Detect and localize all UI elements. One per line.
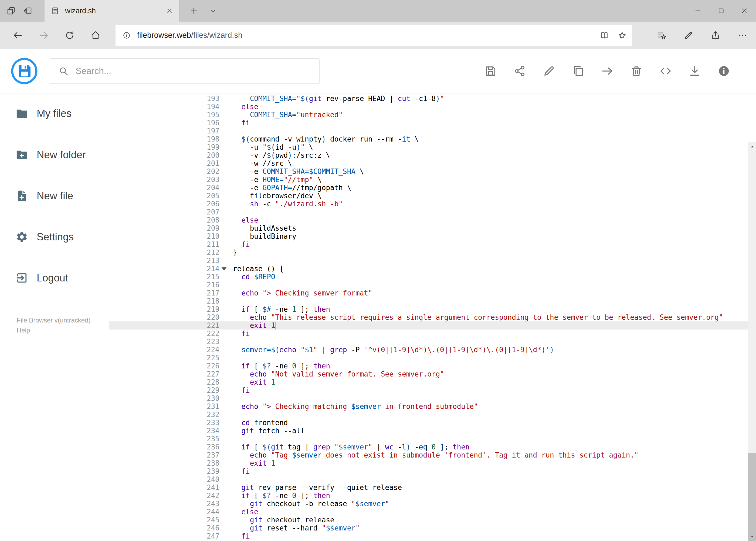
code-line-243[interactable]: 243 git checkout -b release "$semver" [109, 500, 756, 508]
code-line-193[interactable]: 193 COMMIT_SHA="$(git rev-parse HEAD | c… [109, 95, 756, 103]
code-line-194[interactable]: 194 else [109, 103, 756, 111]
code-line-236[interactable]: 236 if [ $(git tag | grep "$semver" | wc… [109, 443, 756, 451]
code-line-201[interactable]: 201 -w //src \ [109, 159, 756, 168]
code-line-204[interactable]: 204 -e GOPATH=//tmp/gopath \ [109, 184, 756, 192]
code-line-230[interactable]: 230 [109, 394, 756, 402]
code-line-226[interactable]: 226 if [ $? -ne 0 ]; then [109, 362, 756, 370]
code-line-213[interactable]: 213 [109, 257, 756, 265]
code-line-247[interactable]: 247 fi [109, 532, 756, 540]
code-line-210[interactable]: 210 buildBinary [109, 232, 756, 241]
code-line-223[interactable]: 223 [109, 337, 756, 346]
close-button[interactable] [733, 0, 756, 22]
sidebar-item-new-file[interactable]: New file [0, 175, 109, 216]
web-note-button[interactable] [675, 22, 702, 49]
sidebar-item-logout[interactable]: Logout [0, 258, 109, 298]
source-button[interactable] [659, 65, 672, 77]
back-button[interactable] [5, 22, 31, 49]
code-line-214[interactable]: 214release () { [109, 265, 756, 273]
address-bar[interactable]: filebrowser.web/files/wizard.sh [116, 25, 632, 46]
code-line-218[interactable]: 218 [109, 297, 756, 305]
code-line-238[interactable]: 238 exit 1 [109, 459, 756, 467]
delete-button[interactable] [630, 65, 642, 77]
refresh-button[interactable] [57, 22, 83, 49]
code-line-224[interactable]: 224 semver=$(echo "$1" | grep -P '^v(0|[… [109, 346, 756, 354]
code-line-211[interactable]: 211 fi [109, 241, 756, 249]
code-line-231[interactable]: 231 echo "> Checking matching $semver in… [109, 402, 756, 410]
code-line-219[interactable]: 219 if [ $# -ne 1 ]; then [109, 305, 756, 313]
download-button[interactable] [688, 65, 701, 77]
code-line-203[interactable]: 203 -e HOME="//tmp" \ [109, 176, 756, 184]
filebrowser-logo[interactable] [11, 58, 38, 85]
hub-favorites-button[interactable] [648, 22, 675, 49]
reading-view-icon[interactable] [600, 31, 609, 40]
page-info-icon[interactable] [123, 31, 130, 39]
code-line-220[interactable]: 220 echo "This release script requires a… [109, 313, 756, 321]
favorite-star-icon[interactable] [618, 31, 627, 40]
code-line-207[interactable]: 207 [109, 208, 756, 216]
code-line-206[interactable]: 206 sh -c "./wizard.sh -b" [109, 200, 756, 208]
help-link[interactable]: Help [17, 325, 109, 335]
info-button[interactable] [718, 65, 730, 77]
code-line-227[interactable]: 227 echo "Not valid semver format. See s… [109, 370, 756, 378]
scrollbar-thumb[interactable] [748, 453, 756, 541]
code-line-208[interactable]: 208 else [109, 216, 756, 224]
browser-tab[interactable]: wizard.sh [45, 0, 179, 22]
code-line-233[interactable]: 233 cd frontend [109, 419, 756, 427]
code-line-242[interactable]: 242 if [ $? -ne 0 ]; then [109, 492, 756, 500]
code-line-228[interactable]: 228 exit 1 [109, 378, 756, 386]
share-button[interactable] [514, 65, 526, 77]
code-line-198[interactable]: 198 $(command -v winpty) docker run --rm… [109, 135, 756, 143]
code-line-246[interactable]: 246 git reset --hard "$semver" [109, 524, 756, 532]
code-line-229[interactable]: 229 fi [109, 386, 756, 394]
code-line-232[interactable]: 232 [109, 410, 756, 419]
new-tab-button[interactable] [185, 0, 202, 22]
tab-preview-toggle[interactable] [205, 0, 222, 22]
code-line-216[interactable]: 216 [109, 281, 756, 289]
code-line-199[interactable]: 199 -u "$(id -u)" \ [109, 143, 756, 151]
code-line-245[interactable]: 245 git checkout release [109, 516, 756, 524]
set-tabs-aside-button[interactable] [19, 0, 36, 22]
maximize-button[interactable] [710, 0, 733, 22]
scroll-down-button[interactable] [748, 532, 756, 541]
save-button[interactable] [484, 65, 497, 77]
code-line-225[interactable]: 225 [109, 354, 756, 362]
browser-share-button[interactable] [702, 22, 729, 49]
search-input[interactable] [76, 66, 319, 76]
home-button[interactable] [83, 22, 109, 49]
minimize-button[interactable] [686, 0, 710, 22]
code-line-235[interactable]: 235 [109, 435, 756, 443]
more-menu-button[interactable] [729, 22, 756, 49]
tab-close-icon[interactable] [166, 8, 173, 14]
code-line-195[interactable]: 195 COMMIT_SHA="untracked" [109, 111, 756, 119]
code-line-244[interactable]: 244 else [109, 508, 756, 516]
rename-button[interactable] [543, 65, 555, 77]
fold-arrow-icon[interactable] [222, 268, 226, 270]
code-line-217[interactable]: 217 echo "> Checking semver format" [109, 289, 756, 297]
code-line-239[interactable]: 239 fi [109, 467, 756, 475]
code-line-215[interactable]: 215 cd $REPO [109, 273, 756, 281]
move-button[interactable] [601, 65, 614, 77]
code-line-200[interactable]: 200 -v /$(pwd):/src:z \ [109, 151, 756, 159]
code-line-221[interactable]: 221 exit 1 [109, 321, 756, 329]
sidebar-item-new-folder[interactable]: New folder [0, 134, 109, 175]
code-line-234[interactable]: 234 git fetch --all [109, 427, 756, 435]
code-line-241[interactable]: 241 git rev-parse --verify --quiet relea… [109, 483, 756, 492]
copy-button[interactable] [572, 65, 584, 77]
sidebar-item-settings[interactable]: Settings [0, 216, 109, 258]
tabs-aside-button[interactable] [3, 0, 19, 22]
code-line-202[interactable]: 202 -e COMMIT_SHA=$COMMIT_SHA \ [109, 168, 756, 176]
page-scrollbar[interactable] [748, 142, 756, 541]
code-line-197[interactable]: 197 [109, 127, 756, 135]
forward-button[interactable] [31, 22, 57, 49]
code-line-209[interactable]: 209 buildAssets [109, 224, 756, 232]
code-line-196[interactable]: 196 fi [109, 119, 756, 127]
code-line-240[interactable]: 240 [109, 475, 756, 483]
code-line-222[interactable]: 222 fi [109, 329, 756, 337]
code-line-237[interactable]: 237 echo "Tag $semver does not exist in … [109, 451, 756, 459]
code-line-212[interactable]: 212} [109, 249, 756, 257]
code-line-205[interactable]: 205 filebrowser/dev \ [109, 192, 756, 200]
sidebar-item-my-files[interactable]: My files [0, 93, 109, 134]
search-box[interactable] [50, 58, 320, 84]
scroll-up-button[interactable] [748, 142, 756, 151]
code-editor[interactable]: 193 COMMIT_SHA="$(git rev-parse HEAD | c… [109, 93, 756, 541]
